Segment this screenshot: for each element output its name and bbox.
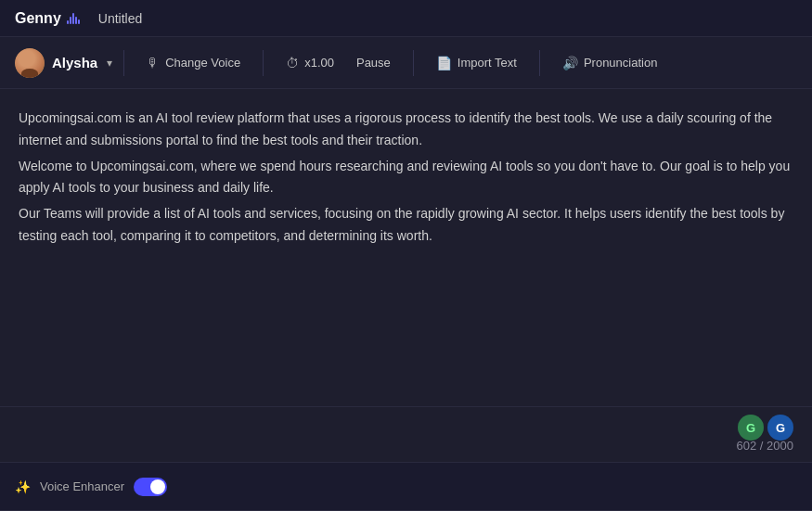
- speed-label: x1.00: [304, 56, 334, 70]
- chevron-down-icon: ▾: [107, 57, 112, 70]
- divider-4: [539, 50, 540, 76]
- text-content: Upcomingsai.com is an AI tool review pla…: [19, 108, 793, 248]
- change-voice-label: Change Voice: [165, 56, 240, 70]
- paragraph-3: Our Teams will provide a list of AI tool…: [19, 203, 793, 248]
- voice-bar: Alysha ▾ 🎙 Change Voice ⏱ x1.00 Pause 📄 …: [0, 37, 812, 89]
- pronunciation-label: Pronunciation: [584, 56, 658, 70]
- magic-icon: ✨: [15, 479, 31, 494]
- paragraph-2: Welcome to Upcomingsai.com, where we spe…: [19, 156, 793, 200]
- pronunciation-icon: 🔊: [562, 56, 578, 70]
- grammarly-icon[interactable]: G: [767, 415, 793, 441]
- import-icon: 📄: [436, 56, 452, 70]
- import-text-button[interactable]: 📄 Import Text: [425, 50, 528, 76]
- logo-text: Genny: [15, 10, 61, 27]
- avatar: [15, 48, 45, 78]
- divider-2: [263, 50, 264, 76]
- text-editor-area[interactable]: Upcomingsai.com is an AI tool review pla…: [0, 89, 812, 407]
- voice-enhancer-toggle[interactable]: [134, 478, 167, 496]
- speed-icon: ⏱: [286, 56, 299, 70]
- paragraph-1: Upcomingsai.com is an AI tool review pla…: [19, 108, 793, 152]
- speed-button[interactable]: ⏱ x1.00: [275, 50, 345, 76]
- voice-enhancer-bar: ✨ Voice Enhancer: [0, 463, 812, 511]
- toggle-knob: [150, 479, 165, 494]
- app-header: Genny Untitled: [0, 0, 812, 37]
- change-voice-icon: 🎙: [147, 56, 160, 70]
- divider-3: [413, 50, 414, 76]
- divider-1: [123, 50, 124, 76]
- pause-label: Pause: [356, 56, 391, 70]
- service-icons: G G: [738, 415, 793, 441]
- logo-wave-icon: [67, 13, 80, 24]
- pronunciation-button[interactable]: 🔊 Pronunciation: [551, 50, 669, 76]
- voice-profile-selector[interactable]: Alysha ▾: [15, 48, 112, 78]
- import-text-label: Import Text: [458, 56, 517, 70]
- pause-button[interactable]: Pause: [345, 50, 402, 75]
- voice-name: Alysha: [52, 55, 97, 70]
- bottom-bar: G G 602 / 2000: [0, 407, 812, 463]
- logo: Genny: [15, 10, 80, 27]
- word-count: 602 / 2000: [737, 439, 793, 453]
- document-title: Untitled: [98, 11, 142, 26]
- grammar-check-icon[interactable]: G: [738, 415, 764, 441]
- change-voice-button[interactable]: 🎙 Change Voice: [135, 50, 251, 76]
- voice-enhancer-label: Voice Enhancer: [40, 479, 124, 493]
